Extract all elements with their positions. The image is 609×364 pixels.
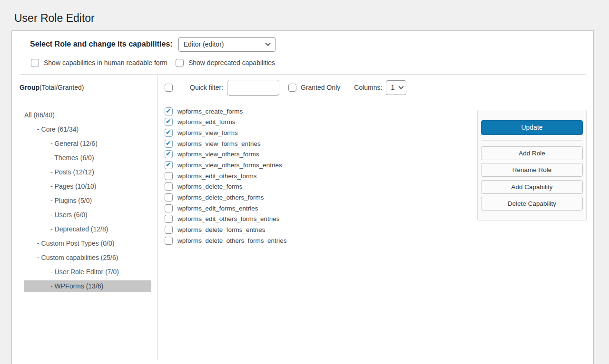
capability-checkbox[interactable] — [165, 140, 173, 148]
granted-only-checkbox[interactable] — [288, 84, 296, 92]
user-role-editor-panel: Select Role and change its capabilities:… — [11, 30, 594, 364]
add-capability-button[interactable]: Add Capability — [481, 180, 583, 194]
group-tree-item[interactable]: - Users (6/0) — [24, 209, 151, 220]
capability-label: wpforms_edit_others_forms_entries — [177, 215, 280, 222]
quick-filter-input[interactable] — [227, 80, 279, 96]
capability-label: wpforms_view_forms — [177, 129, 238, 136]
group-tree-item[interactable]: - Deprecated (12/8) — [24, 223, 151, 235]
rename-role-button[interactable]: Rename Role — [481, 163, 583, 177]
capability-checkbox[interactable] — [165, 161, 173, 169]
capability-label: wpforms_view_others_forms — [177, 151, 259, 158]
columns-select[interactable]: 1 — [386, 80, 406, 95]
capability-checkbox[interactable] — [165, 215, 173, 223]
capability-checkbox[interactable] — [165, 150, 173, 158]
capability-label: wpforms_edit_forms_entries — [177, 205, 258, 212]
add-role-button[interactable]: Add Role — [481, 146, 583, 160]
group-tree-item[interactable]: - Themes (6/0) — [24, 152, 151, 163]
capability-label: wpforms_delete_forms — [177, 183, 243, 190]
capability-label: wpforms_delete_others_forms — [177, 194, 264, 201]
group-tree-item[interactable]: - WPForms (13/6) — [24, 280, 151, 292]
group-column: Group (Total/Granted) All (86/40)- Core … — [12, 75, 158, 360]
capability-label: wpforms_edit_others_forms — [177, 172, 257, 180]
human-readable-checkbox[interactable] — [31, 59, 39, 67]
capability-label: wpforms_delete_others_forms_entries — [177, 237, 287, 244]
capability-row: wpforms_delete_forms_entries — [165, 226, 593, 234]
capability-checkbox[interactable] — [165, 172, 173, 180]
group-header-subtitle: (Total/Granted) — [39, 84, 84, 91]
capability-label: wpforms_create_forms — [177, 108, 243, 115]
display-options-row: Show capabilities in human readable form… — [12, 55, 593, 74]
capability-label: wpforms_view_others_forms_entries — [177, 162, 282, 169]
group-tree-item[interactable]: - Custom Post Types (0/0) — [24, 238, 151, 249]
columns-label: Columns: — [354, 84, 382, 91]
filter-row: Quick filter: Granted Only Columns: 1 — [158, 75, 593, 101]
group-tree-item[interactable]: - Posts (12/12) — [24, 166, 151, 178]
update-button[interactable]: Update — [481, 120, 583, 135]
group-tree-item[interactable]: - Custom capabilities (25/6) — [24, 252, 151, 263]
editor-body: Group (Total/Granted) All (86/40)- Core … — [12, 75, 593, 360]
secondary-buttons: Add RoleRename RoleAdd CapabilityDelete … — [481, 146, 583, 211]
delete-capability-button[interactable]: Delete Capability — [481, 197, 583, 211]
capability-checkbox[interactable] — [165, 182, 173, 191]
group-tree-item[interactable]: - Pages (10/10) — [24, 181, 151, 192]
role-select[interactable]: Editor (editor) — [178, 37, 275, 52]
capability-label: wpforms_edit_forms — [177, 118, 236, 125]
capability-row: wpforms_delete_others_forms_entries — [165, 237, 593, 245]
capability-checkbox[interactable] — [165, 129, 173, 137]
group-header-title: Group — [20, 84, 39, 91]
action-panel: Update Add RoleRename RoleAdd Capability… — [477, 110, 587, 220]
role-selector-row: Select Role and change its capabilities:… — [12, 31, 593, 55]
capability-label: wpforms_delete_forms_entries — [177, 226, 265, 233]
group-tree-item[interactable]: - Plugins (5/0) — [24, 195, 151, 206]
role-select-wrap: Editor (editor) — [178, 37, 275, 52]
capability-checkbox[interactable] — [165, 237, 173, 245]
capability-checkbox[interactable] — [165, 193, 173, 201]
role-selector-label: Select Role and change its capabilities: — [30, 40, 173, 48]
group-tree-item[interactable]: - User Role Editor (7/0) — [24, 266, 151, 278]
capability-label: wpforms_view_forms_entries — [177, 140, 261, 147]
deprecated-checkbox[interactable] — [176, 59, 184, 67]
capability-checkbox[interactable] — [165, 107, 173, 115]
capability-checkbox[interactable] — [165, 118, 173, 126]
granted-only-label: Granted Only — [301, 84, 340, 91]
quick-filter-label: Quick filter: — [190, 84, 223, 91]
human-readable-option: Show capabilities in human readable form — [31, 59, 167, 67]
action-panel-divider — [482, 140, 582, 141]
select-all-checkbox[interactable] — [165, 84, 173, 92]
human-readable-label: Show capabilities in human readable form — [44, 59, 167, 67]
capability-checkbox[interactable] — [165, 204, 173, 212]
columns-select-wrap: 1 — [386, 80, 406, 95]
deprecated-option: Show deprecated capabilities — [176, 59, 275, 67]
group-tree: All (86/40)- Core (61/34)- General (12/6… — [12, 101, 157, 292]
group-column-header: Group (Total/Granted) — [12, 75, 157, 101]
page-title: User Role Editor — [0, 0, 609, 25]
group-tree-item[interactable]: - General (12/6) — [24, 138, 151, 149]
group-tree-item[interactable]: - Core (61/34) — [24, 124, 151, 135]
deprecated-label: Show deprecated capabilities — [188, 59, 275, 67]
group-tree-item[interactable]: All (86/40) — [24, 109, 151, 121]
capability-checkbox[interactable] — [165, 226, 173, 234]
